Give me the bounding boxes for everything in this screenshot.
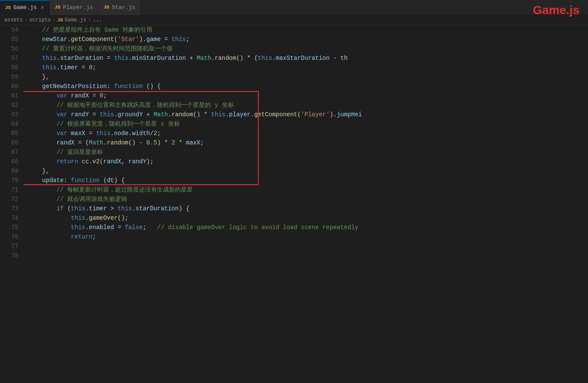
code-line-67: randX = (Math.random() - 0.5) * 2 * maxX… xyxy=(28,138,588,147)
code-line-70: }, xyxy=(28,166,588,176)
tab-bar: JS Game.js ✕ JS Player.js JS Star.js xyxy=(0,0,588,15)
line-number-63: 63 xyxy=(0,110,18,119)
tab-player[interactable]: JS Player.js xyxy=(50,0,98,15)
line-number-77: 77 xyxy=(0,242,18,251)
line-number-73: 73 xyxy=(0,204,18,213)
code-line-62: var randX = 0; xyxy=(28,91,588,100)
line-number-66: 66 xyxy=(0,138,18,147)
code-line-65: // 根据屏幕宽度，随机得到一个星星 x 坐标 xyxy=(28,119,588,129)
code-line-58: this.timer = 0; xyxy=(28,63,588,72)
code-line-76: this.gameOver(); xyxy=(28,213,588,223)
editor: 5455565758596061626364656667686970717273… xyxy=(0,25,588,383)
tab-game-label: Game.js xyxy=(13,4,37,11)
code-line-59: }, xyxy=(28,72,588,82)
code-line-74: // 就会调用游戏失败逻辑 xyxy=(28,194,588,204)
breadcrumb-current: ... xyxy=(93,17,102,23)
breadcrumb-sep1: › xyxy=(24,17,27,23)
code-line-75: if (this.timer > this.starDuration) { xyxy=(28,204,588,213)
line-number-70: 70 xyxy=(0,176,18,185)
code-line-61: getNewStarPosition: function () { xyxy=(28,82,588,91)
breadcrumb-file: Game.js xyxy=(65,17,86,23)
js-icon-game: JS xyxy=(5,5,11,10)
breadcrumb-scripts: scripts xyxy=(29,17,50,23)
line-number-78: 78 xyxy=(0,251,18,260)
tab-star-label: Star.js xyxy=(112,4,136,11)
code-line-78: return; xyxy=(28,232,588,242)
line-number-57: 57 xyxy=(0,53,18,63)
line-number-56: 56 xyxy=(0,44,18,53)
line-number-65: 65 xyxy=(0,129,18,138)
line-number-75: 75 xyxy=(0,223,18,232)
tab-game[interactable]: JS Game.js ✕ xyxy=(0,0,50,15)
line-number-62: 62 xyxy=(0,100,18,110)
js-icon-star: JS xyxy=(103,5,109,10)
tab-star[interactable]: JS Star.js xyxy=(98,0,141,15)
line-number-60: 60 xyxy=(0,82,18,91)
code-line-56: // 重置计时器，根据消失时间范围随机取一个值 xyxy=(28,44,588,53)
code-line-63: // 根据地平面位置和主角跳跃高度，随机得到一个星星的 y 坐标 xyxy=(28,100,588,110)
line-numbers: 5455565758596061626364656667686970717273… xyxy=(0,25,24,383)
code-line-77: this.enabled = false; // disable gameOve… xyxy=(28,223,588,232)
code-line-55: newStar.getComponent('Star').game = this… xyxy=(28,35,588,44)
js-icon-player: JS xyxy=(55,5,60,10)
code-line-69: return cc.v2(randX, randY); xyxy=(28,157,588,166)
code-content[interactable]: // 把星星组件上自有 Game 对象的引用 newStar.getCompon… xyxy=(24,25,588,383)
breadcrumb-sep2: › xyxy=(53,17,56,23)
breadcrumb-sep3: › xyxy=(88,17,91,23)
code-line-54: // 把星星组件上自有 Game 对象的引用 xyxy=(28,25,588,35)
line-number-67: 67 xyxy=(0,147,18,157)
breadcrumb-js-icon: JS xyxy=(57,18,63,23)
code-line-72: update: function (dt) { xyxy=(28,176,588,185)
line-number-69: 69 xyxy=(0,166,18,176)
code-line-73: // 每帧更新计时器，超过限度还没有生成新的星星 xyxy=(28,185,588,194)
code-line-57: this.starDuration = this.minStarDuration… xyxy=(28,53,588,63)
code-line-64: var randY = this.groundY + Math.random()… xyxy=(28,110,588,119)
breadcrumb-assets: assets xyxy=(4,17,23,23)
code-line-66: var maxX = this.node.width/2; xyxy=(28,129,588,138)
line-number-64: 64 xyxy=(0,119,18,129)
line-number-55: 55 xyxy=(0,35,18,44)
line-number-54: 54 xyxy=(0,25,18,35)
line-number-61: 61 xyxy=(0,91,18,100)
line-number-76: 76 xyxy=(0,232,18,242)
line-number-71: 71 xyxy=(0,185,18,194)
line-number-58: 58 xyxy=(0,63,18,72)
code-line-68: // 返回星星坐标 xyxy=(28,147,588,157)
line-number-72: 72 xyxy=(0,194,18,204)
line-number-74: 74 xyxy=(0,213,18,223)
line-number-68: 68 xyxy=(0,157,18,166)
file-title-overlay: Game.js xyxy=(533,3,579,17)
line-number-59: 59 xyxy=(0,72,18,82)
breadcrumb: assets › scripts › JS Game.js › ... xyxy=(0,15,588,25)
tab-game-close[interactable]: ✕ xyxy=(41,4,44,11)
tab-player-label: Player.js xyxy=(63,4,93,11)
